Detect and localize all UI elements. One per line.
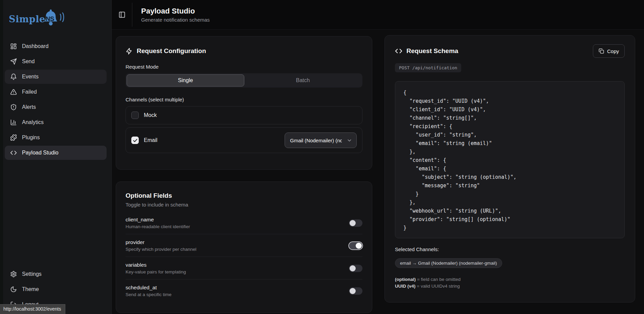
sidebar-toggle-button[interactable] — [112, 0, 132, 29]
optional-fields-title: Optional Fields — [126, 192, 362, 199]
sidebar-item-label: Plugins — [22, 135, 40, 141]
variables-toggle[interactable] — [349, 265, 362, 272]
sidebar-item-label: Settings — [22, 271, 42, 277]
app-root: Simple NS Dashboard Send Events — [0, 0, 644, 314]
link-status-tooltip: http://localhost:3002/events — [0, 304, 65, 314]
legend-term: UUID (v4) — [395, 284, 416, 289]
sidebar-item-label: Send — [22, 58, 35, 65]
sidebar-item-plugins[interactable]: Plugins — [5, 130, 107, 145]
sidebar-nav: Dashboard Send Events Failed Alerts Anal… — [0, 39, 111, 161]
field-name: scheduled_at — [126, 285, 172, 291]
provider-toggle[interactable] — [349, 242, 362, 249]
channel-row-mock[interactable]: Mock — [126, 106, 362, 124]
selected-channels-label: Selected Channels: — [395, 246, 625, 252]
window-edge-strip — [0, 0, 3, 314]
sidebar-item-label: Events — [22, 74, 39, 80]
sidebar-item-alerts[interactable]: Alerts — [5, 100, 107, 114]
gear-icon — [10, 271, 17, 277]
schema-json-code: { "request_id": "UUID (v4)", "client_id"… — [403, 89, 616, 232]
mode-single-segment[interactable]: Single — [127, 74, 244, 87]
email-provider-select[interactable]: Gmail (Nodemailer) (nodemailer-gmail) — [285, 132, 357, 148]
main-area: Payload Studio Generate notification sch… — [112, 0, 644, 314]
toggle-knob — [350, 220, 356, 226]
copy-button[interactable]: Copy — [593, 44, 625, 58]
sidebar-item-label: Analytics — [22, 119, 44, 125]
field-description: Specify which provider per channel — [126, 247, 196, 252]
logo-badge-text: NS — [46, 15, 54, 23]
schema-code-block: { "request_id": "UUID (v4)", "client_id"… — [395, 81, 625, 238]
chevron-down-icon — [347, 138, 352, 143]
sidebar-item-label: Dashboard — [22, 43, 48, 49]
left-column: Request Configuration Request Mode Singl… — [116, 36, 372, 313]
request-configuration-card: Request Configuration Request Mode Singl… — [116, 36, 372, 170]
field-name: client_name — [126, 217, 190, 223]
sidebar-item-send[interactable]: Send — [5, 54, 107, 69]
sidebar-item-label: Failed — [22, 89, 37, 95]
sidebar: Simple NS Dashboard Send Events — [0, 0, 112, 314]
sidebar-item-analytics[interactable]: Analytics — [5, 115, 107, 129]
request-schema-card: Request Schema Copy POST /api/notificati… — [384, 35, 635, 303]
endpoint-badge: POST /api/notification — [395, 63, 461, 72]
request-mode-segmented-control: Single Batch — [126, 73, 362, 88]
mock-checkbox[interactable] — [131, 112, 139, 119]
page-header: Payload Studio Generate notification sch… — [112, 0, 644, 30]
page-title: Payload Studio — [141, 7, 210, 16]
card-title: Request Configuration — [137, 47, 206, 55]
sidebar-item-events[interactable]: Events — [5, 70, 107, 84]
optional-fields-subtitle: Toggle to include in schema — [126, 202, 362, 208]
bolt-icon — [126, 48, 133, 55]
bell-icon — [10, 73, 17, 80]
provider-select-value: Gmail (Nodemailer) (nodemailer-gmail) — [290, 138, 342, 143]
sidebar-item-theme[interactable]: Theme — [5, 282, 107, 296]
schema-title: Request Schema — [406, 47, 458, 55]
header-heading: Payload Studio Generate notification sch… — [132, 0, 210, 29]
logo-wordmark: Simple — [9, 14, 45, 24]
sidebar-item-label: Payload Studio — [22, 150, 59, 156]
copy-icon — [599, 48, 604, 54]
scheduled-at-toggle[interactable] — [349, 287, 362, 295]
card-title-row: Request Configuration — [126, 47, 362, 55]
channel-label-mock: Mock — [144, 112, 157, 118]
field-description: Send at a specific time — [126, 292, 172, 297]
field-name: variables — [126, 262, 186, 268]
schema-header-row: Request Schema Copy — [395, 44, 625, 58]
page-subtitle: Generate notification schemas — [141, 17, 210, 23]
copy-button-label: Copy — [607, 48, 619, 54]
sidebar-item-label: Theme — [22, 286, 39, 292]
legend-line-optional: (optional) = field can be omitted — [395, 276, 625, 283]
request-mode-label: Request Mode — [126, 64, 362, 70]
field-description: Human-readable client identifier — [126, 224, 190, 229]
channel-label-email: Email — [144, 137, 157, 143]
toggle-knob — [350, 265, 356, 271]
sidebar-item-dashboard[interactable]: Dashboard — [5, 39, 107, 53]
toggle-knob — [350, 288, 356, 294]
field-name: provider — [126, 239, 196, 245]
bar-chart-icon — [10, 119, 17, 126]
optional-fields-list: client_name Human-readable client identi… — [126, 212, 362, 302]
legend-definition: = valid UUIDv4 string — [416, 284, 460, 289]
optional-fields-card: Optional Fields Toggle to include in sch… — [116, 182, 372, 313]
toggle-knob — [356, 243, 362, 249]
schema-legend: (optional) = field can be omitted UUID (… — [395, 276, 625, 290]
client-name-toggle[interactable] — [349, 219, 362, 227]
check-icon — [133, 138, 138, 143]
warning-triangle-icon — [10, 89, 17, 95]
sidebar-item-failed[interactable]: Failed — [5, 85, 107, 99]
mode-batch-segment[interactable]: Batch — [244, 74, 361, 87]
panel-left-icon — [118, 11, 126, 18]
field-description: Key-value pairs for templating — [126, 269, 186, 274]
page-content: Request Configuration Request Mode Singl… — [112, 30, 644, 314]
legend-term: (optional) — [395, 277, 416, 282]
sidebar-item-payload-studio[interactable]: Payload Studio — [5, 146, 107, 160]
dashboard-icon — [10, 43, 17, 50]
optional-field-row-client-name: client_name Human-readable client identi… — [126, 212, 362, 234]
channels-label: Channels (select multiple) — [126, 97, 362, 102]
optional-field-row-provider: provider Specify which provider per chan… — [126, 234, 362, 257]
moon-icon — [10, 286, 17, 293]
puzzle-icon — [10, 134, 17, 141]
sidebar-item-settings[interactable]: Settings — [5, 267, 107, 281]
legend-definition: = field can be omitted — [416, 277, 460, 282]
send-icon — [10, 58, 17, 65]
channel-row-email[interactable]: Email Gmail (Nodemailer) (nodemailer-gma… — [126, 127, 362, 153]
email-checkbox[interactable] — [131, 137, 139, 144]
